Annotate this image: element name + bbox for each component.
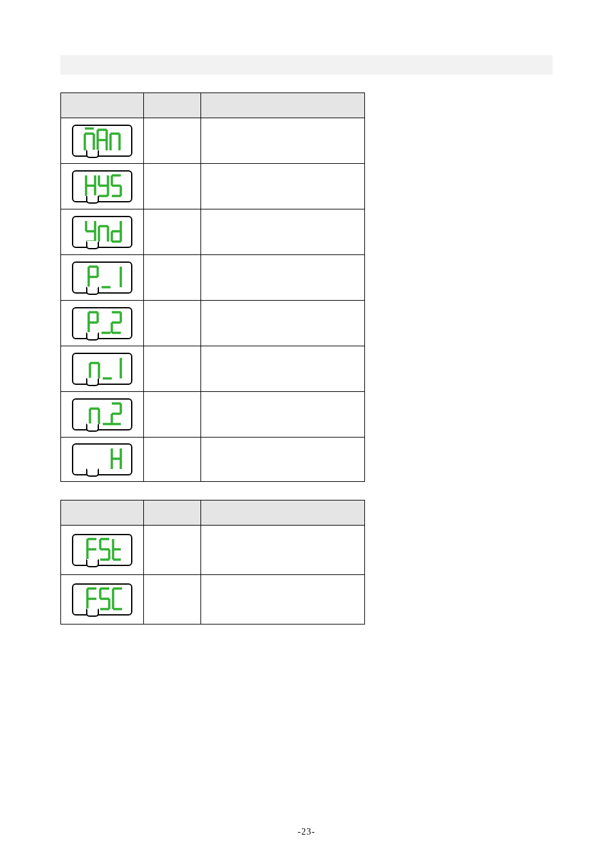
table-row [61,392,365,438]
cell-name [144,438,201,482]
display-box [72,216,132,248]
cell-desc [201,392,365,438]
cell-name [144,301,201,346]
display-box [72,583,132,616]
display-box [72,170,132,202]
table-row [61,255,365,301]
th-desc [201,93,365,118]
display-glyph-p-1 [72,261,132,294]
cell-desc [201,255,365,301]
cell-name [144,392,201,438]
display-glyph-ynd [72,216,132,248]
display-box [72,353,132,385]
cell-name [144,164,201,209]
cell-desc [201,575,365,624]
cell-desc [201,301,365,346]
table-header-row [61,500,365,526]
cell-name [144,346,201,392]
cell-name [144,575,201,624]
cell-name [144,526,201,575]
cell-desc [201,118,365,164]
display-glyph-n-2 [72,398,132,430]
page-number: -23- [0,827,613,837]
display-glyph-fst [72,534,132,566]
th-display [61,93,144,118]
table-row [61,346,365,392]
table-row [61,209,365,255]
th-display [61,500,144,526]
display-glyph-p-2 [72,307,132,339]
table-row [61,301,365,346]
table-row [61,526,365,575]
table-row [61,438,365,482]
table-row [61,164,365,209]
th-name [144,93,201,118]
th-name [144,500,201,526]
cell-name [144,255,201,301]
cell-desc [201,209,365,255]
display-box [72,443,132,475]
display-box [72,125,132,157]
cell-desc [201,164,365,209]
cell-desc [201,438,365,482]
display-glyph-man [72,125,132,157]
cell-desc [201,346,365,392]
header-bar [60,55,553,75]
table-header-row [61,93,365,118]
display-glyph-h [72,443,132,475]
th-desc [201,500,365,526]
table-row [61,575,365,624]
cell-name [144,118,201,164]
cell-name [144,209,201,255]
display-glyph-hys [72,170,132,202]
table-2 [60,500,613,624]
display-glyph-fsc [72,583,132,616]
table-row [61,118,365,164]
display-box [72,534,132,566]
display-box [72,398,132,430]
table-1 [60,93,613,482]
cell-desc [201,526,365,575]
display-glyph-n-1 [72,353,132,385]
display-box [72,261,132,294]
display-box [72,307,132,339]
